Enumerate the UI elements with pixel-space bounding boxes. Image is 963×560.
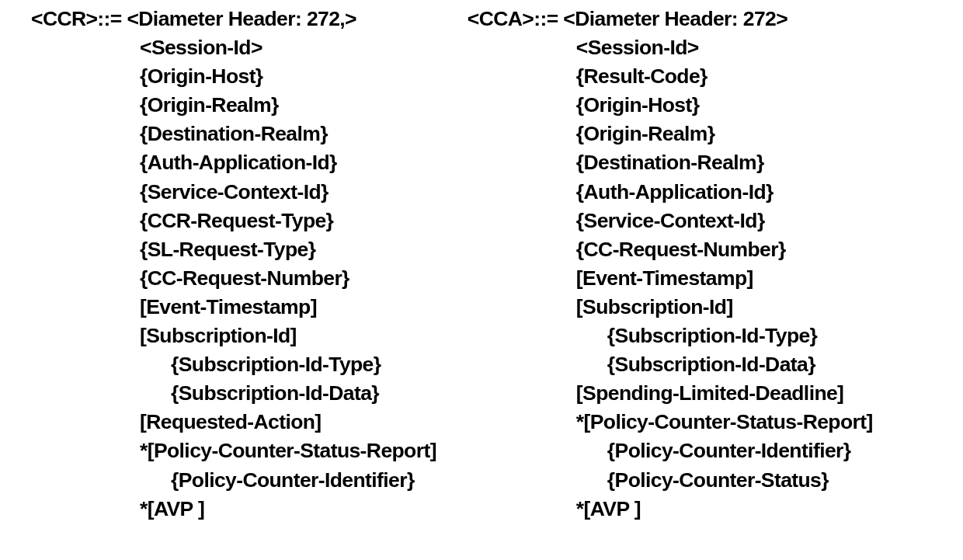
cca-avp-line: [Event-Timestamp] — [468, 264, 873, 293]
ccr-avp-line: {Origin-Host} — [31, 62, 436, 91]
cca-avp-subline: {Subscription-Id-Type} — [468, 322, 873, 350]
cca-avp-line: {Result-Code} — [468, 62, 873, 91]
cca-label: <CCA>::= — [468, 5, 563, 33]
cca-avp-line: {Origin-Host} — [468, 91, 873, 120]
cca-avp-line: {Auth-Application-Id} — [468, 178, 873, 207]
ccr-avp-line: {Auth-Application-Id} — [31, 148, 436, 177]
ccr-avp-line: [Event-Timestamp] — [31, 293, 436, 322]
ccr-header: <CCR>::= <Diameter Header: 272,> — [31, 5, 436, 33]
cca-avp-line: {CC-Request-Number} — [468, 235, 873, 264]
ccr-avp-line: [Requested-Action] — [31, 408, 436, 437]
cca-avp-subline: {Policy-Counter-Identifier} — [468, 437, 873, 465]
abnf-grammar-container: <CCR>::= <Diameter Header: 272,> <Sessio… — [0, 0, 904, 528]
ccr-avp-line: *[Policy-Counter-Status-Report] — [31, 437, 436, 465]
cca-avp-line: *[Policy-Counter-Status-Report] — [468, 408, 873, 437]
cca-avp-line: {Destination-Realm} — [468, 148, 873, 177]
ccr-avp-line: [Subscription-Id] — [31, 322, 436, 350]
cca-avp-subline: {Subscription-Id-Data} — [468, 350, 873, 379]
ccr-avp-line: {Destination-Realm} — [31, 120, 436, 148]
ccr-avp-line: {SL-Request-Type} — [31, 235, 436, 264]
cca-diameter-header: <Diameter Header: 272> — [563, 5, 787, 33]
ccr-avp-subline: {Subscription-Id-Data} — [31, 379, 436, 408]
ccr-label: <CCR>::= — [31, 5, 127, 33]
cca-definition-column: <CCA>::= <Diameter Header: 272> <Session… — [468, 5, 873, 523]
ccr-avp-subline: {Policy-Counter-Identifier} — [31, 466, 436, 495]
ccr-avp-line: <Session-Id> — [31, 33, 436, 62]
ccr-avp-line: {CCR-Request-Type} — [31, 207, 436, 235]
cca-avp-line: {Origin-Realm} — [468, 120, 873, 148]
ccr-avp-subline: {Subscription-Id-Type} — [31, 350, 436, 379]
cca-header: <CCA>::= <Diameter Header: 272> — [468, 5, 873, 33]
ccr-avp-line: *[AVP ] — [31, 495, 436, 523]
ccr-avp-line: {Origin-Realm} — [31, 91, 436, 120]
ccr-avp-line: {CC-Request-Number} — [31, 264, 436, 293]
cca-avp-line: [Subscription-Id] — [468, 293, 873, 322]
cca-avp-line: {Service-Context-Id} — [468, 207, 873, 235]
cca-avp-line: [Spending-Limited-Deadline] — [468, 379, 873, 408]
ccr-definition-column: <CCR>::= <Diameter Header: 272,> <Sessio… — [31, 5, 436, 523]
cca-avp-subline: {Policy-Counter-Status} — [468, 466, 873, 495]
cca-avp-line: *[AVP ] — [468, 495, 873, 523]
ccr-diameter-header: <Diameter Header: 272,> — [127, 5, 356, 33]
cca-avp-line: <Session-Id> — [468, 33, 873, 62]
ccr-avp-line: {Service-Context-Id} — [31, 178, 436, 207]
